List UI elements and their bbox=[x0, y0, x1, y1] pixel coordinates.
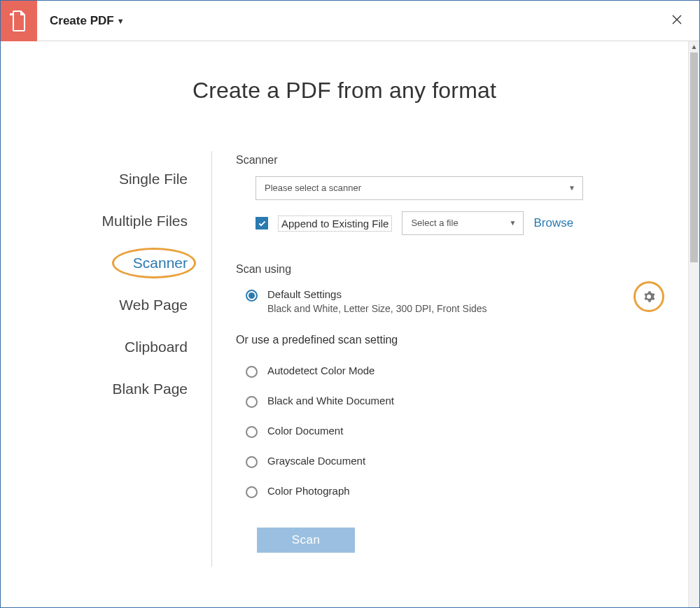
sidebar-item-blank-page[interactable]: Blank Page bbox=[29, 368, 211, 410]
scroll-up-arrow[interactable]: ▲ bbox=[689, 41, 699, 52]
sidebar-item-label: Scanner bbox=[133, 255, 188, 271]
sidebar-item-web-page[interactable]: Web Page bbox=[29, 284, 211, 326]
radio-label: Autodetect Color Mode bbox=[267, 365, 374, 376]
sidebar-item-multiple-files[interactable]: Multiple Files bbox=[29, 200, 211, 242]
scanner-pane: Scanner Please select a scanner ▼ Append… bbox=[212, 151, 660, 567]
file-select[interactable]: Select a file ▼ bbox=[402, 211, 524, 235]
sidebar-item-scanner[interactable]: Scanner bbox=[29, 242, 211, 284]
default-settings-label: Default Settings bbox=[267, 288, 487, 300]
scan-button[interactable]: Scan bbox=[257, 528, 355, 553]
chevron-down-icon: ▼ bbox=[117, 17, 125, 25]
content-region: Create a PDF from any format Single File… bbox=[1, 41, 688, 607]
radio-icon bbox=[246, 486, 258, 498]
file-select-placeholder: Select a file bbox=[411, 218, 458, 228]
radio-label: Color Document bbox=[267, 425, 343, 437]
title-label: Create PDF bbox=[50, 14, 114, 28]
predefined-label: Or use a predefined scan setting bbox=[236, 334, 660, 346]
close-icon bbox=[671, 14, 682, 25]
close-button[interactable] bbox=[667, 10, 687, 31]
radio-icon bbox=[246, 456, 258, 468]
append-label: Append to Existing File bbox=[278, 215, 392, 232]
title-dropdown[interactable]: Create PDF ▼ bbox=[50, 14, 125, 28]
radio-icon bbox=[246, 426, 258, 438]
scrollbar-thumb[interactable] bbox=[690, 52, 698, 262]
radio-color-document[interactable]: Color Document bbox=[236, 416, 660, 446]
radio-icon bbox=[246, 290, 258, 302]
chevron-down-icon: ▼ bbox=[568, 177, 575, 199]
radio-label: Grayscale Document bbox=[267, 455, 365, 467]
sidebar-item-clipboard[interactable]: Clipboard bbox=[29, 326, 211, 368]
radio-color-photograph[interactable]: Color Photograph bbox=[236, 476, 660, 507]
gear-icon bbox=[643, 290, 655, 303]
chevron-down-icon: ▼ bbox=[510, 212, 517, 234]
scanner-select[interactable]: Please select a scanner ▼ bbox=[255, 176, 583, 200]
sidebar-item-single-file[interactable]: Single File bbox=[29, 158, 211, 200]
radio-icon bbox=[246, 366, 258, 378]
radio-default-settings[interactable]: Default Settings Black and White, Letter… bbox=[236, 285, 660, 321]
vertical-scrollbar[interactable]: ▲ bbox=[688, 41, 699, 607]
radio-icon bbox=[246, 396, 258, 408]
settings-button[interactable] bbox=[634, 281, 664, 312]
default-settings-desc: Black and White, Letter Size, 300 DPI, F… bbox=[267, 303, 487, 314]
source-sidebar: Single File Multiple Files Scanner Web P… bbox=[29, 151, 212, 567]
topbar: Create PDF ▼ bbox=[1, 1, 699, 41]
append-checkbox[interactable] bbox=[255, 217, 268, 229]
radio-label: Color Photograph bbox=[267, 485, 350, 497]
radio-bw-document[interactable]: Black and White Document bbox=[236, 386, 660, 416]
radio-grayscale-document[interactable]: Grayscale Document bbox=[236, 446, 660, 476]
scanner-section-label: Scanner bbox=[236, 154, 660, 167]
pdf-icon bbox=[10, 10, 28, 31]
app-logo bbox=[1, 1, 37, 41]
page-title: Create a PDF from any format bbox=[1, 78, 688, 104]
radio-autodetect[interactable]: Autodetect Color Mode bbox=[236, 356, 660, 386]
scanner-select-placeholder: Please select a scanner bbox=[265, 183, 361, 193]
check-icon bbox=[258, 219, 267, 228]
scan-using-label: Scan using bbox=[236, 263, 660, 276]
browse-link[interactable]: Browse bbox=[533, 216, 573, 230]
radio-label: Black and White Document bbox=[267, 395, 394, 406]
